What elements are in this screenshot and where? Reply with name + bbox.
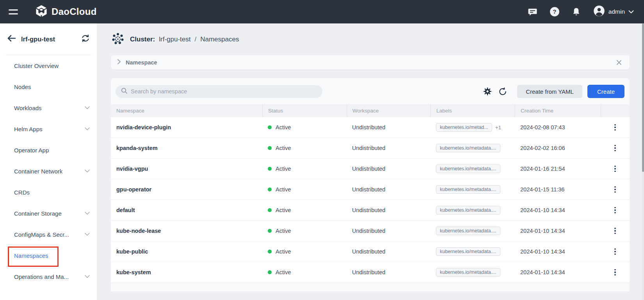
sidebar-item-workloads[interactable]: Workloads (0, 97, 97, 118)
labels-cell: kubernetes.io/metadata.... (431, 179, 515, 200)
namespace-name-cell[interactable]: gpu-operator (111, 179, 262, 200)
extra-labels-badge[interactable]: +1 (495, 125, 501, 130)
label-chip[interactable]: kubernetes.io/metadata.... (436, 144, 500, 152)
sidebar-item-container-storage[interactable]: Container Storage (0, 203, 97, 224)
switch-cluster-icon[interactable] (81, 34, 90, 44)
label-chip[interactable]: kubernetes.io/metadata.... (436, 164, 500, 173)
sidebar-item-configmaps-secr[interactable]: ConfigMaps & Secr... (0, 224, 97, 245)
table-row: kube-system Active Undistributed kuberne… (111, 262, 630, 283)
status-cell: Active (262, 200, 347, 220)
namespace-name-cell[interactable]: kube-public (111, 241, 262, 262)
kebab-menu-icon[interactable] (612, 246, 618, 257)
chevron-down-icon (85, 233, 90, 236)
namespace-name-cell[interactable]: nvidia-device-plugin (111, 117, 262, 138)
page-scrollbar[interactable] (642, 23, 644, 300)
kebab-menu-icon[interactable] (612, 163, 618, 175)
namespace-name-cell[interactable]: kpanda-system (111, 138, 262, 158)
sidebar: lrf-gpu-test Cluster Overview Nodes Wor (0, 23, 97, 300)
daocloud-logo-icon (35, 5, 48, 19)
creation-time-cell: 2024-01-10 14:34 (515, 262, 601, 282)
namespace-collapse-panel[interactable]: Namespace (111, 55, 630, 70)
actions-cell (601, 117, 630, 138)
settings-gear-icon[interactable] (483, 87, 492, 96)
table-row: nvidia-vgpu Active Undistributed kuberne… (111, 159, 630, 179)
messages-icon[interactable] (528, 7, 538, 17)
column-header-status[interactable]: Status (262, 104, 347, 117)
sidebar-item-operator-app[interactable]: Operator App (0, 139, 97, 161)
create-from-yaml-button[interactable]: Create from YAML (517, 85, 582, 98)
sidebar-item-helm-apps[interactable]: Helm Apps (0, 118, 97, 139)
status-cell: Active (262, 138, 347, 158)
sidebar-item-operations-and-ma[interactable]: Operations and Ma... (0, 266, 97, 287)
brand[interactable]: DaoCloud (35, 5, 97, 19)
status-cell: Active (262, 221, 347, 241)
help-icon[interactable]: ? (550, 7, 560, 17)
workspace-cell: Undistributed (347, 138, 431, 158)
status-dot (268, 270, 272, 274)
actions-cell (601, 200, 630, 220)
status-text: Active (276, 145, 291, 151)
namespace-name-cell[interactable]: kube-node-lease (111, 221, 262, 241)
panel-close-icon[interactable] (616, 60, 622, 65)
workspace-cell: Undistributed (347, 159, 431, 179)
labels-cell: kubernetes.io/metad... +1 (431, 117, 515, 138)
user-name: admin (608, 8, 625, 15)
kebab-menu-icon[interactable] (612, 205, 618, 216)
search-input[interactable] (131, 88, 317, 95)
creation-time-cell: 2024-01-10 14:34 (515, 200, 601, 220)
sidebar-item-label: Namespaces (14, 252, 85, 259)
hamburger-menu-icon[interactable] (9, 9, 18, 14)
status-dot (268, 167, 272, 171)
search-box[interactable] (116, 85, 322, 98)
namespace-name-cell[interactable]: default (111, 200, 262, 220)
label-chip[interactable]: kubernetes.io/metadata.... (436, 185, 500, 194)
label-chip[interactable]: kubernetes.io/metad... (436, 123, 492, 132)
refresh-icon[interactable] (498, 87, 507, 96)
sidebar-item-label: Helm Apps (14, 126, 85, 132)
panel-chevron-right-icon[interactable] (117, 59, 121, 66)
chevron-down-icon (85, 127, 90, 130)
notifications-bell-icon[interactable] (571, 7, 582, 17)
status-dot (268, 229, 272, 233)
actions-cell (601, 262, 630, 282)
kebab-menu-icon[interactable] (612, 267, 618, 278)
namespace-name-cell[interactable]: kube-system (111, 262, 262, 282)
labels-cell: kubernetes.io/metadata.... (431, 200, 515, 220)
column-header-namespace[interactable]: Namespace (111, 104, 262, 117)
table-row: kpanda-system Active Undistributed kuber… (111, 138, 630, 159)
kebab-menu-icon[interactable] (612, 184, 618, 195)
status-cell: Active (262, 159, 347, 179)
status-dot (268, 146, 272, 150)
status-text: Active (276, 228, 291, 234)
breadcrumb-cluster-value[interactable]: lrf-gpu-test (159, 36, 190, 43)
labels-cell: kubernetes.io/metadata.... (431, 138, 515, 158)
sidebar-item-namespaces[interactable]: Namespaces (0, 245, 97, 266)
kebab-menu-icon[interactable] (612, 122, 618, 133)
svg-text:?: ? (553, 8, 556, 15)
back-arrow-icon[interactable] (7, 35, 16, 43)
create-button[interactable]: Create (587, 85, 624, 98)
status-dot (268, 250, 272, 254)
kebab-menu-icon[interactable] (612, 225, 618, 237)
sidebar-item-nodes[interactable]: Nodes (0, 76, 97, 97)
label-chip[interactable]: kubernetes.io/metadata.... (436, 206, 500, 214)
namespace-name-cell[interactable]: nvidia-vgpu (111, 159, 262, 179)
breadcrumb: Cluster: lrf-gpu-test / Namespaces (97, 23, 644, 55)
status-text: Active (276, 124, 291, 130)
label-chip[interactable]: kubernetes.io/metadata.... (436, 247, 500, 256)
sidebar-item-label: Operations and Ma... (14, 273, 85, 280)
sidebar-item-label: Container Network (14, 168, 85, 175)
sidebar-item-cluster-overview[interactable]: Cluster Overview (0, 55, 97, 76)
user-menu[interactable]: admin (593, 5, 634, 18)
labels-cell: kubernetes.io/metadata.... (431, 221, 515, 241)
sidebar-item-container-network[interactable]: Container Network (0, 161, 97, 182)
label-chip[interactable]: kubernetes.io/metadata.... (436, 227, 500, 235)
column-header-workspace[interactable]: Workspace (347, 104, 431, 117)
column-header-labels[interactable]: Labels (431, 104, 515, 117)
kebab-menu-icon[interactable] (612, 143, 618, 154)
scrollbar-thumb[interactable] (642, 23, 644, 172)
status-cell: Active (262, 262, 347, 282)
label-chip[interactable]: kubernetes.io/metadata.... (436, 268, 500, 277)
sidebar-item-crds[interactable]: CRDs (0, 182, 97, 203)
column-header-creation-time[interactable]: Creation Time (515, 104, 601, 117)
